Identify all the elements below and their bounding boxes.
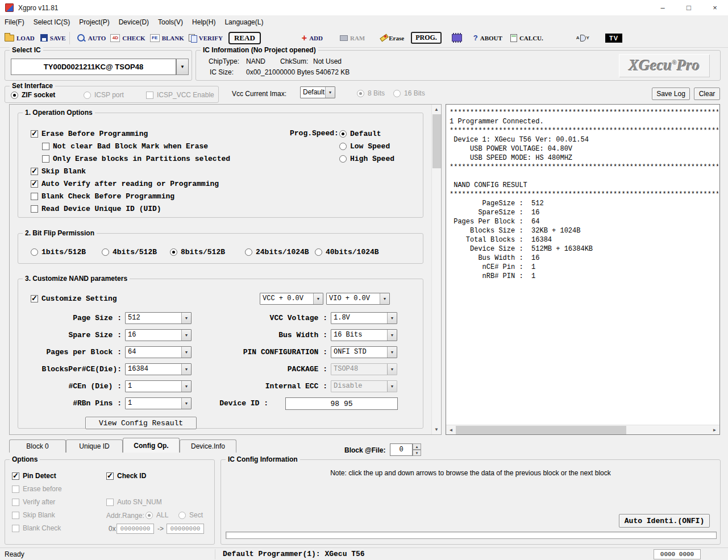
menu-file[interactable]: File(F) <box>0 16 29 28</box>
auto-verify-checkbox[interactable]: Auto Verify after reading or Programming <box>31 179 219 188</box>
maximize-button[interactable]: □ <box>676 0 702 16</box>
8-bits-radio[interactable]: 8 Bits <box>357 89 385 98</box>
add-label: ADD <box>309 35 323 42</box>
tab-unique-id[interactable]: Unique ID <box>66 439 123 453</box>
auto-identify-button[interactable]: Auto Identi.(ONFI) <box>619 514 710 528</box>
vcc-offset-select[interactable]: VCC + 0.0V▼ <box>260 293 323 305</box>
view-config-result-button[interactable]: View Config Resault <box>85 417 197 429</box>
internal-ecc-select[interactable]: Disable▼ <box>331 380 397 392</box>
chevron-down-icon[interactable]: ▼ <box>313 293 323 304</box>
log-horizontal-scrollbar[interactable]: ◄ ► <box>446 425 719 434</box>
blank-button[interactable]: FE BLANK <box>150 34 184 42</box>
addr-from-field[interactable]: 00000000 <box>117 524 154 534</box>
tab-config-op[interactable]: Config Op. <box>123 438 180 453</box>
vcc-voltage-select[interactable]: 1.8V▼ <box>331 312 397 324</box>
ic-config-group-title: IC Config Information <box>226 455 300 463</box>
bus-width-select[interactable]: 16 Bits▼ <box>331 329 397 341</box>
pin-detect-checkbox[interactable]: Pin Detect <box>12 471 56 480</box>
addr-all-radio[interactable]: ALL <box>145 511 168 520</box>
add-button[interactable]: + ADD <box>302 34 323 42</box>
bitflip-4bits-radio[interactable]: 4bits/512B <box>102 247 157 256</box>
block-at-file-field[interactable]: 0 <box>390 443 413 456</box>
close-button[interactable]: × <box>702 0 728 16</box>
auto-sn-num-checkbox[interactable]: Auto SN_NUM <box>106 497 162 507</box>
16-bits-radio[interactable]: 16 Bits <box>393 89 425 98</box>
customize-setting-checkbox[interactable]: Customize Setting <box>31 294 117 303</box>
chevron-down-icon[interactable]: ▼ <box>380 293 389 304</box>
only-erase-partitions-checkbox[interactable]: Only Erase blocks in Partitions selected <box>42 154 230 163</box>
about-button[interactable]: ? ABOUT <box>473 34 502 42</box>
spin-down-arrow-icon[interactable]: ▼ <box>413 450 421 456</box>
checkbox-box <box>12 486 19 493</box>
selected-ic-field[interactable]: TY00D0021211KC@ TSOP48 <box>11 59 176 75</box>
read-button[interactable]: READ <box>228 32 261 44</box>
not-clear-bad-block-checkbox[interactable]: Not clear Bad Block Mark when Erase <box>42 142 208 151</box>
tab-block-0[interactable]: Block 0 <box>9 439 66 453</box>
scroll-right-arrow-icon[interactable]: ► <box>710 426 719 434</box>
scroll-thumb[interactable] <box>456 426 626 434</box>
check-id-checkbox[interactable]: Check ID <box>106 471 146 480</box>
icsp-vcc-enable-checkbox[interactable]: ICSP_VCC Enable <box>146 90 214 99</box>
chevron-down-icon[interactable]: ▼ <box>325 87 335 98</box>
blocks-per-ce-label: BlocksPer#CE(Die): <box>24 365 122 374</box>
bitflip-8bits-radio[interactable]: 8bits/512B <box>170 247 225 256</box>
menu-project[interactable]: Project(P) <box>74 16 114 28</box>
bitflip-24bits-radio[interactable]: 24bits/1024B <box>245 247 309 256</box>
scroll-up-arrow-icon[interactable]: ▲ <box>432 105 441 114</box>
check-button[interactable]: 4D CHECK <box>110 34 145 42</box>
read-uid-checkbox[interactable]: Read Device Unique ID (UID) <box>31 204 161 213</box>
verify-button[interactable]: VERIFY <box>189 34 223 42</box>
set-interface-group-title: Set Interface <box>10 82 55 90</box>
bitflip-40bits-radio[interactable]: 40bits/1024B <box>315 247 379 256</box>
settings-vertical-scrollbar[interactable]: ▲ ▼ <box>431 105 441 434</box>
blank-check-option-checkbox[interactable]: Blank Check <box>12 524 61 533</box>
menu-select-ic[interactable]: Select IC(S) <box>29 16 75 28</box>
menu-help[interactable]: Help(H) <box>188 16 220 28</box>
skip-blank-option-checkbox[interactable]: Skip Blank <box>12 511 55 520</box>
speed-high-radio[interactable]: High Speed <box>339 154 394 163</box>
erase-before-checkbox[interactable]: Erase before <box>12 484 62 493</box>
pin-configuration-select[interactable]: ONFI STD▼ <box>331 346 397 358</box>
menu-device[interactable]: Device(D) <box>114 16 153 28</box>
scroll-thumb[interactable] <box>432 114 441 168</box>
zif-socket-radio[interactable]: ZIF socket <box>11 90 55 99</box>
vcc-imax-select[interactable]: Default ▼ <box>300 86 335 98</box>
save-log-button[interactable]: Save Log <box>652 88 690 100</box>
vio-offset-select[interactable]: VIO + 0.0V▼ <box>326 293 390 305</box>
auto-button[interactable]: AUTO <box>77 34 106 43</box>
chevron-down-icon[interactable]: ▼ <box>387 313 397 323</box>
scroll-left-arrow-icon[interactable]: ◄ <box>446 426 456 434</box>
speed-default-radio[interactable]: Default <box>339 129 381 138</box>
logic-test-button[interactable]: A Y <box>576 35 589 42</box>
save-button[interactable]: SAVE <box>40 34 66 42</box>
tv-button[interactable]: TV <box>605 34 622 43</box>
menu-language[interactable]: Language(L) <box>220 16 268 28</box>
clear-button[interactable]: Clear <box>694 88 720 100</box>
icsp-port-radio[interactable]: ICSP port <box>84 90 124 99</box>
erase-before-programming-checkbox[interactable]: Erase Before Programming <box>31 129 148 138</box>
erase-button[interactable]: Erase <box>380 35 404 42</box>
radio-dot <box>102 248 109 256</box>
addr-sect-radio[interactable]: Sect <box>178 511 203 520</box>
device-id-field[interactable]: 98 95 <box>285 397 398 410</box>
bitflip-1bits-radio[interactable]: 1bits/512B <box>31 247 86 256</box>
chevron-down-icon[interactable]: ▼ <box>387 347 397 358</box>
verify-after-checkbox[interactable]: Verify after <box>12 497 55 507</box>
blank-check-before-programming-checkbox[interactable]: Blank Check Before Programming <box>31 192 174 201</box>
tab-device-info[interactable]: Device.Info <box>180 439 236 453</box>
calculator-button[interactable]: CALCU. <box>510 34 543 42</box>
ic-dropdown-button[interactable]: ▼ <box>176 59 189 75</box>
ram-button[interactable]: RAM <box>340 35 365 42</box>
spin-up-arrow-icon[interactable]: ▲ <box>413 443 421 450</box>
load-button[interactable]: LOAD <box>5 35 35 42</box>
prog-button[interactable]: PROG. <box>411 32 442 44</box>
scroll-down-arrow-icon[interactable]: ▼ <box>432 425 441 434</box>
minimize-button[interactable]: – <box>650 0 676 16</box>
menu-tools[interactable]: Tools(V) <box>153 16 188 28</box>
chevron-down-icon[interactable]: ▼ <box>387 330 397 341</box>
ic-test-button[interactable] <box>452 34 462 42</box>
package-select[interactable]: TSOP48▼ <box>331 363 397 375</box>
speed-low-radio[interactable]: Low Speed <box>339 142 390 151</box>
addr-to-field[interactable]: 00000000 <box>167 524 204 534</box>
skip-blank-checkbox[interactable]: Skip Blank <box>31 167 86 176</box>
